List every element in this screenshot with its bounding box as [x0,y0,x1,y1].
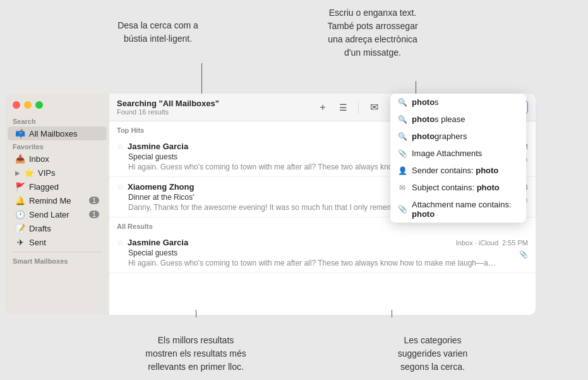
sidebar-sent-label: Sent [29,238,46,247]
remind-badge: 1 [89,197,99,204]
sidebar-item-flagged[interactable]: 🚩 Flagged [8,180,107,193]
autocomplete-text-7: Attachment name contains: photo [412,200,519,219]
sidebar-item-remind-me[interactable]: 🔔 Remind Me 1 [8,193,107,207]
search-title: Searching "All Mailboxes" [117,99,310,108]
attachment-suggest-icon-1: 📎 [398,149,407,158]
star-icon-1[interactable]: ☆ [117,142,124,151]
sidebar-remind-label: Remind Me [29,196,71,205]
add-button[interactable]: + [315,100,330,115]
drafts-icon: 📝 [15,223,25,233]
annotation-top-left: Desa la cerca com abústia intel·ligent. [88,19,227,46]
sent-icon: ✈ [15,237,25,247]
email-3-meta: Inbox · iCloud 2:55 PM [456,239,528,247]
sidebar-item-inbox[interactable]: 📥 Inbox [8,152,107,166]
attachment-suggest-icon-2: 📎 [398,205,407,214]
autocomplete-text-1: photos [412,97,439,107]
smart-mailboxes-label: Smart Mailboxes [5,255,109,266]
email-3-location: Inbox · iCloud [456,239,498,247]
autocomplete-text-6: Subject contains: photo [412,183,500,192]
autocomplete-item-2[interactable]: 🔍 photos please [390,111,526,128]
annotation-line-top-left [201,63,202,96]
search-suggest-icon-3: 🔍 [398,132,407,141]
send-later-icon: 🕐 [15,209,25,219]
fullscreen-button[interactable] [35,101,43,109]
sidebar-vips-label: VIPs [38,168,55,178]
sidebar-divider [13,252,102,252]
sidebar-flagged-label: Flagged [29,182,59,192]
email-3-time: 2:55 PM [502,239,528,247]
email-3-sender: Jasmine Garcia [128,238,452,247]
autocomplete-item-1[interactable]: 🔍 photos [390,94,526,111]
sidebar-item-sent[interactable]: ✈ Sent [8,235,107,249]
vips-icon: ⭐ [24,168,34,178]
sidebar-item-vips[interactable]: ▶ ⭐ VIPs [8,166,107,180]
compose-button[interactable]: ✉ [366,100,381,115]
email-item-3[interactable]: ☆ Jasmine Garcia Inbox · iCloud 2:55 PM … [109,233,536,273]
toolbar-divider [358,101,359,114]
autocomplete-item-5[interactable]: 👤 Sender contains: photo [390,162,526,179]
flagged-icon: 🚩 [15,181,25,192]
star-icon-3[interactable]: ☆ [117,238,124,247]
send-later-badge: 1 [89,211,99,218]
annotation-top-right: Escriu o enganxa text.També pots arrosse… [284,6,461,59]
search-section-label: Search [5,115,109,126]
email-3-subject: Special guests [117,248,528,257]
filter-button[interactable]: ☰ [335,100,351,115]
autocomplete-item-7[interactable]: 📎 Attachment name contains: photo [390,196,526,223]
inbox-icon: 📥 [15,154,25,164]
search-suggest-icon-2: 🔍 [398,115,407,124]
search-subtitle: Found 16 results [117,108,310,116]
autocomplete-item-3[interactable]: 🔍 photographers [390,128,526,145]
sidebar: Search 📫 All Mailboxes Favorites 📥 Inbox… [5,94,109,315]
autocomplete-item-6[interactable]: ✉ Subject contains: photo [390,179,526,196]
star-icon-2[interactable]: ☆ [117,183,124,192]
subject-suggest-icon: ✉ [398,183,407,192]
sidebar-item-all-mailboxes[interactable]: 📫 All Mailboxes [8,126,107,140]
traffic-lights [5,101,109,115]
annotation-line-bottom-left [196,310,196,317]
sidebar-item-drafts[interactable]: 📝 Drafts [8,221,107,235]
sidebar-inbox-label: Inbox [29,154,49,164]
annotation-line-bottom-right [392,310,392,317]
sidebar-send-later-label: Send Later [29,210,69,219]
autocomplete-text-3: photographers [412,132,467,141]
email-3-preview: Hi again. Guess who's coming to town wit… [117,259,496,267]
favorites-section-label: Favorites [5,140,109,152]
sidebar-drafts-label: Drafts [29,224,51,233]
search-suggest-icon-1: 🔍 [398,98,407,107]
autocomplete-text-2: photos please [412,114,465,124]
autocomplete-text-4: Image Attachments [412,149,482,158]
minimize-button[interactable] [24,101,32,109]
sender-suggest-icon: 👤 [398,166,407,175]
remind-icon: 🔔 [15,195,25,205]
email-3-header: ☆ Jasmine Garcia Inbox · iCloud 2:55 PM [117,238,528,247]
attachment-icon-3: 📎 [519,250,528,259]
annotation-bottom-left: Els millors resultatsmostren els resulta… [104,334,287,374]
autocomplete-dropdown: 🔍 photos 🔍 photos please 🔍 photographers… [390,94,526,223]
annotation-bottom-right: Les categoriessuggerides variensegons la… [344,334,521,374]
close-button[interactable] [13,101,20,109]
autocomplete-item-4[interactable]: 📎 Image Attachments [390,145,526,162]
toolbar-title-area: Searching "All Mailboxes" Found 16 resul… [117,99,310,116]
sidebar-item-send-later[interactable]: 🕐 Send Later 1 [8,207,107,221]
mailbox-icon: 📫 [15,128,25,138]
autocomplete-text-5: Sender contains: photo [412,166,498,175]
sidebar-all-mailboxes-label: All Mailboxes [29,129,78,138]
